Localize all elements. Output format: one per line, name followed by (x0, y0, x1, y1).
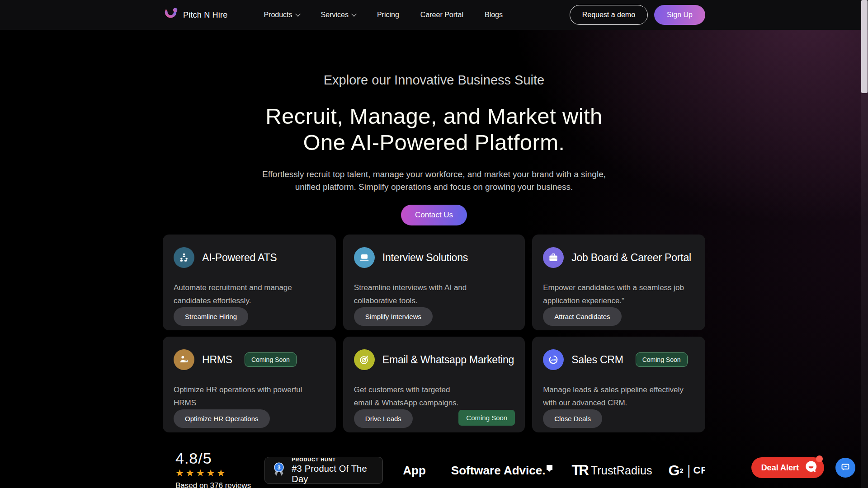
g2-crowd-logo: G2|CROWD (668, 462, 705, 479)
hero-description: Effortlessly recruit top talent, manage … (0, 168, 868, 193)
card-description-line: HRMS (174, 399, 196, 407)
card-sales-crm: CRMSales CRMComing SoonManage leads & sa… (532, 337, 705, 432)
deal-alert-button[interactable]: Deal Alert (751, 457, 824, 478)
reviews-strip: 4.8/5 ★★★★★ Based on 376 reviews 3 PRODU… (163, 450, 705, 488)
card-description-line: with our advanced CRM. (543, 399, 627, 407)
card-description-line: collaborative tools. (354, 296, 418, 305)
chevron-down-icon (295, 11, 300, 16)
hero-description-line-2: unified platform. Simplify operations an… (295, 182, 573, 192)
nav-item-products[interactable]: Products (264, 11, 299, 19)
deal-alert-notification-dot (816, 455, 823, 462)
product-cards-grid: AI-Powered ATSAutomate recruitment and m… (163, 235, 705, 432)
nav-item-blogs[interactable]: Blogs (485, 11, 503, 19)
card-description-line: Optimize HR operations with powerful (174, 385, 302, 394)
laptop-icon (354, 247, 375, 268)
floating-widgets: Deal Alert (751, 457, 855, 478)
rating-score: 4.8/5 (175, 450, 251, 466)
deal-alert-label: Deal Alert (761, 463, 799, 473)
card-description-line: application experience." (543, 296, 624, 305)
software-advice-logo: Software Advice. (451, 464, 553, 478)
chat-widget-button[interactable] (835, 458, 855, 478)
attract-candidates-button[interactable]: Attract Candidates (543, 307, 621, 326)
card-description-line: Streamline interviews with AI and (354, 283, 467, 292)
contact-us-button[interactable]: Contact Us (401, 205, 467, 225)
brand-name: Pitch N Hire (183, 10, 227, 20)
card-interview-solutions: Interview SolutionsStreamline interviews… (343, 235, 525, 330)
hero-eyebrow: Explore our Innovative Business Suite (0, 72, 868, 88)
coming-soon-badge: Coming Soon (636, 352, 688, 367)
svg-text:CRM: CRM (551, 358, 557, 361)
svg-text:3: 3 (278, 465, 281, 471)
page-background: { "nav": { "brand": "Pitch N Hire", "ite… (0, 0, 868, 488)
logo-divider: | (687, 463, 691, 478)
nav-item-label: Services (321, 11, 349, 19)
close-deals-button[interactable]: Close Deals (543, 409, 602, 428)
streamline-hiring-button[interactable]: Streamline Hiring (174, 307, 248, 326)
g2-monogram: G (668, 462, 679, 479)
brand-logo[interactable]: Pitch N Hire (163, 6, 227, 23)
rating-block: 4.8/5 ★★★★★ Based on 376 reviews (175, 450, 251, 488)
coming-soon-badge: Coming Soon (245, 352, 297, 367)
scrollbar-thumb[interactable] (861, 0, 868, 93)
navbar-inner: Pitch N Hire ProductsServicesPricingCare… (163, 0, 705, 30)
product-hunt-text: PRODUCT HUNT #3 Product Of The Day (292, 457, 377, 484)
nav-item-label: Blogs (485, 11, 503, 19)
logo-text: App (403, 464, 426, 478)
card-title: HRMS (202, 354, 232, 366)
card-ai-powered-ats: AI-Powered ATSAutomate recruitment and m… (163, 235, 336, 330)
card-description-line: Empower candidates with a seamless job (543, 283, 684, 292)
nav-item-pricing[interactable]: Pricing (377, 11, 399, 19)
card-title: Sales CRM (571, 354, 623, 366)
logo-text: Software Advice. (451, 464, 546, 478)
card-header: HRHRMSComing Soon (174, 349, 325, 370)
deal-chat-smile-icon (803, 459, 819, 477)
sign-up-button[interactable]: Sign Up (654, 5, 705, 25)
briefcase-icon (543, 247, 564, 268)
card-description-line: candidates effortlessly. (174, 296, 251, 305)
scrollbar-track[interactable] (861, 0, 868, 488)
chevron-down-icon (351, 11, 356, 16)
card-title: AI-Powered ATS (202, 252, 277, 264)
chat-bubble-icon (840, 462, 851, 474)
card-header: Email & Whatsapp Marketing (354, 349, 514, 370)
product-hunt-badge[interactable]: 3 PRODUCT HUNT #3 Product Of The Day (264, 457, 383, 484)
optimize-hr-operations-button[interactable]: Optimize HR Operations (174, 409, 270, 428)
nav-item-career-portal[interactable]: Career Portal (420, 11, 463, 19)
hero-description-line-1: Effortlessly recruit top talent, manage … (262, 169, 606, 179)
card-description: Automate recruitment and managecandidate… (174, 281, 325, 307)
card-description-line: Get customers with targeted (354, 385, 450, 394)
card-hrms: HRHRMSComing SoonOptimize HR operations … (163, 337, 336, 432)
simplify-interviews-button[interactable]: Simplify Interviews (354, 307, 433, 326)
card-title: Email & Whatsapp Marketing (382, 354, 514, 366)
speech-bubble-icon (547, 465, 552, 470)
hero-title-line-1: Recruit, Manage, and Market with (265, 104, 602, 128)
trustradius-monogram: TR (571, 462, 587, 479)
drive-leads-button[interactable]: Drive Leads (354, 409, 413, 428)
nav-actions: Request a demo Sign Up (570, 5, 705, 25)
g2-superscript: 2 (679, 467, 683, 474)
card-email-whatsapp-marketing: Email & Whatsapp MarketingGet customers … (343, 337, 525, 432)
trustradius-logo: TRTrustRadius (571, 462, 652, 479)
card-description: Optimize HR operations with powerfulHRMS (174, 383, 325, 409)
nav-item-label: Products (264, 11, 292, 19)
nav-item-label: Career Portal (420, 11, 463, 19)
card-title: Job Board & Career Portal (571, 252, 691, 264)
request-demo-button[interactable]: Request a demo (570, 5, 648, 25)
team-hierarchy-icon (174, 247, 194, 268)
nav-item-services[interactable]: Services (321, 11, 356, 19)
card-header: CRMSales CRMComing Soon (543, 349, 694, 370)
card-description: Manage leads & sales pipeline effectivel… (543, 383, 694, 409)
card-description-line: Manage leads & sales pipeline effectivel… (543, 385, 684, 394)
hero-title: Recruit, Manage, and Market with One AI-… (0, 103, 868, 155)
card-description-line: Automate recruitment and manage (174, 283, 292, 292)
card-header: Interview Solutions (354, 247, 514, 268)
card-description: Get customers with targetedemail & Whats… (354, 383, 514, 409)
card-description: Streamline interviews with AI andcollabo… (354, 281, 514, 307)
crm-icon: CRM (543, 349, 564, 370)
card-description: Empower candidates with a seamless jobap… (543, 281, 694, 307)
hr-person-icon: HR (174, 349, 194, 370)
target-icon (354, 349, 375, 370)
rating-caption: Based on 376 reviews (175, 481, 251, 488)
pitchnhire-logo-icon (163, 6, 178, 23)
coming-soon-corner-badge: Coming Soon (458, 410, 515, 426)
